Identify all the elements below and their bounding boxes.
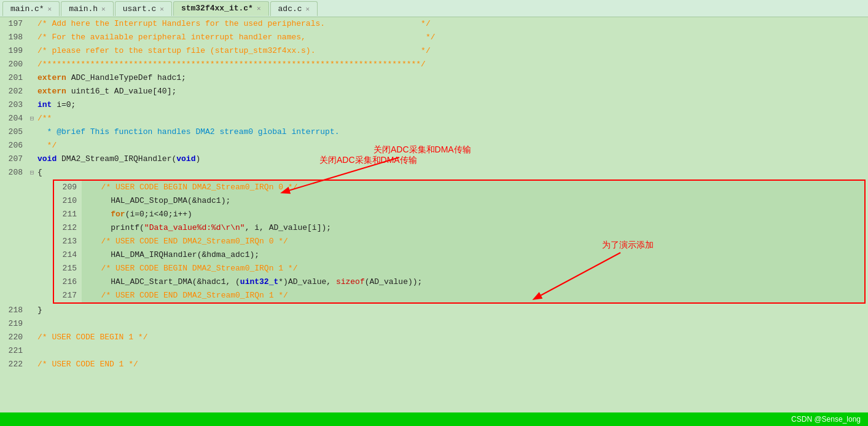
code-line-213: 213 /* USER CODE END DMA2_Stream0_IRQn 0… (54, 235, 864, 248)
code-line-205: 205 * @brief This function handles DMA2 … (0, 125, 868, 139)
tab-stm32-it[interactable]: stm32f4xx_it.c* ✕ (173, 1, 269, 16)
tab-bar: main.c* ✕ main.h ✕ usart.c ✕ stm32f4xx_i… (0, 0, 868, 17)
close-icon[interactable]: ✕ (101, 5, 106, 13)
bottom-bar-text: CSDN @Sense_long (791, 415, 861, 424)
code-line-197: 197 /* Add here the Interrupt Handlers f… (0, 17, 868, 31)
code-line-208: 208 ⊟ { (0, 166, 868, 179)
code-line-215: 215 /* USER CODE BEGIN DMA2_Stream0_IRQn… (54, 262, 864, 275)
code-line-221: 221 (0, 344, 868, 358)
code-line-214: 214 HAL_DMA_IRQHandler(&hdma_adc1); (54, 248, 864, 262)
code-line-212: 212 printf("Data_value%d:%d\r\n", i, AD_… (54, 221, 864, 235)
tab-main-h[interactable]: main.h ✕ (61, 1, 113, 16)
close-icon[interactable]: ✕ (48, 5, 52, 13)
tab-main-c[interactable]: main.c* ✕ (2, 1, 60, 16)
code-line-219: 219 (0, 317, 868, 331)
code-area: 197 /* Add here the Interrupt Handlers f… (0, 17, 868, 426)
close-icon[interactable]: ✕ (306, 5, 310, 13)
code-line-217: 217 /* USER CODE END DMA2_Stream0_IRQn 1… (54, 289, 864, 302)
code-line-206: 206 */ (0, 139, 868, 152)
code-line-216: 216 HAL_ADC_Start_DMA(&hadc1, (uint32_t*… (54, 275, 864, 289)
code-line-220: 220 /* USER CODE BEGIN 1 */ (0, 331, 868, 344)
code-line-210: 210 HAL_ADC_Stop_DMA(&hadc1); (54, 194, 864, 208)
code-line-204: 204 ⊟ /** (0, 112, 868, 125)
close-icon[interactable]: ✕ (160, 5, 164, 13)
tab-usart-c[interactable]: usart.c ✕ (115, 1, 172, 16)
code-line-203: 203 int i=0; (0, 98, 868, 112)
code-line-207: 207 void DMA2_Stream0_IRQHandler(void) 关… (0, 152, 868, 166)
code-line-200: 200 /***********************************… (0, 58, 868, 71)
code-line-199: 199 /* please refer to the startup file … (0, 44, 868, 58)
code-line-209: 209 /* USER CODE BEGIN DMA2_Stream0_IRQn… (54, 181, 864, 194)
code-line-218: 218 } (0, 304, 868, 317)
close-icon[interactable]: ✕ (257, 4, 261, 12)
code-line-198: 198 /* For the available peripheral inte… (0, 31, 868, 44)
bottom-bar: CSDN @Sense_long (0, 412, 868, 426)
tab-adc-c[interactable]: adc.c ✕ (270, 1, 318, 16)
code-line-211: 211 for(i=0;i<40;i++) (54, 208, 864, 221)
code-line-202: 202 extern uint16_t AD_value[40]; (0, 85, 868, 98)
code-line-222: 222 /* USER CODE END 1 */ (0, 358, 868, 371)
code-line-201: 201 extern ADC_HandleTypeDef hadc1; (0, 71, 868, 85)
